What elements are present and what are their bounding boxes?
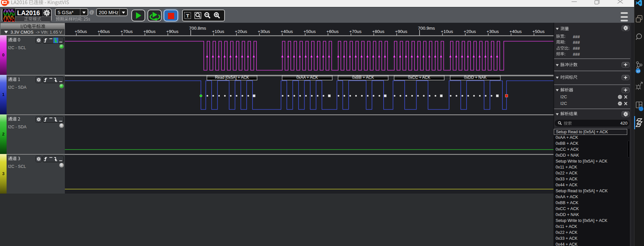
svg-text:+60us: +60us bbox=[326, 29, 338, 34]
svg-text:+60us: +60us bbox=[97, 29, 110, 34]
svg-text:700.9ms: 700.9ms bbox=[418, 26, 435, 31]
svg-text:0xAA + ACK: 0xAA + ACK bbox=[296, 75, 318, 80]
svg-text:+50us: +50us bbox=[304, 29, 316, 34]
svg-text:0xCC + ACK: 0xCC + ACK bbox=[408, 75, 430, 80]
svg-text:+10us: +10us bbox=[441, 29, 453, 34]
svg-text:+70us: +70us bbox=[349, 29, 362, 34]
svg-text:+30us: +30us bbox=[258, 29, 270, 34]
svg-text:+50us: +50us bbox=[532, 29, 545, 34]
svg-text:+70us: +70us bbox=[121, 29, 133, 34]
svg-text:+90us: +90us bbox=[395, 29, 407, 34]
svg-text:+10us: +10us bbox=[212, 29, 224, 34]
svg-text:+80us: +80us bbox=[143, 29, 155, 34]
svg-text:700.8ms: 700.8ms bbox=[189, 26, 206, 31]
svg-text:+80us: +80us bbox=[372, 29, 384, 34]
svg-text:T: T bbox=[186, 13, 189, 18]
svg-text:+40us: +40us bbox=[281, 29, 293, 34]
svg-text:+90us: +90us bbox=[166, 29, 178, 34]
svg-text:+50us: +50us bbox=[75, 29, 87, 34]
svg-text:+20us: +20us bbox=[464, 29, 476, 34]
svg-text:Read [0x5A] + ACK: Read [0x5A] + ACK bbox=[215, 75, 249, 80]
svg-text:+20us: +20us bbox=[235, 29, 247, 34]
svg-text:0xDD + NAK: 0xDD + NAK bbox=[464, 75, 486, 80]
svg-text:0xBB + ACK: 0xBB + ACK bbox=[352, 75, 374, 80]
svg-text:+40us: +40us bbox=[509, 29, 522, 34]
svg-text:+30us: +30us bbox=[487, 29, 499, 34]
svg-text:10: 10 bbox=[636, 69, 640, 73]
